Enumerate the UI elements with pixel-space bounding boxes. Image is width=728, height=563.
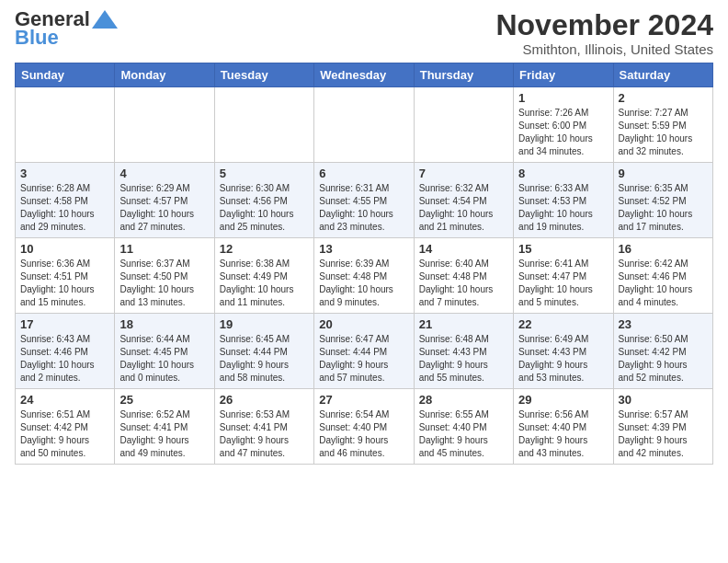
calendar-cell: 9Sunrise: 6:35 AMSunset: 4:52 PMDaylight… — [613, 163, 712, 238]
calendar-cell: 11Sunrise: 6:37 AMSunset: 4:50 PMDayligh… — [115, 238, 214, 314]
day-info: Sunrise: 7:26 AMSunset: 6:00 PMDaylight:… — [518, 107, 608, 158]
day-number: 23 — [619, 317, 708, 331]
calendar-cell: 7Sunrise: 6:32 AMSunset: 4:54 PMDaylight… — [414, 163, 513, 238]
day-info: Sunrise: 6:56 AMSunset: 4:40 PMDaylight:… — [518, 408, 608, 460]
page: General Blue November 2024 Smithton, Ill… — [0, 0, 728, 472]
day-number: 12 — [220, 242, 309, 256]
calendar-cell: 18Sunrise: 6:44 AMSunset: 4:45 PMDayligh… — [115, 314, 214, 389]
calendar-cell: 14Sunrise: 6:40 AMSunset: 4:48 PMDayligh… — [414, 238, 513, 314]
day-number: 5 — [220, 167, 309, 180]
day-info: Sunrise: 6:47 AMSunset: 4:44 PMDaylight:… — [319, 333, 408, 385]
calendar-cell — [16, 87, 115, 163]
day-info: Sunrise: 6:53 AMSunset: 4:41 PMDaylight:… — [220, 408, 309, 460]
weekday-header: Thursday — [414, 63, 513, 87]
day-number: 17 — [20, 317, 109, 331]
day-info: Sunrise: 6:48 AMSunset: 4:43 PMDaylight:… — [419, 333, 508, 385]
calendar-cell: 20Sunrise: 6:47 AMSunset: 4:44 PMDayligh… — [314, 314, 414, 389]
weekday-header: Friday — [514, 63, 613, 87]
day-number: 7 — [419, 167, 508, 180]
calendar-cell: 15Sunrise: 6:41 AMSunset: 4:47 PMDayligh… — [514, 238, 613, 314]
day-info: Sunrise: 6:41 AMSunset: 4:47 PMDaylight:… — [518, 258, 608, 309]
logo-icon — [92, 10, 118, 29]
calendar-cell: 22Sunrise: 6:49 AMSunset: 4:43 PMDayligh… — [514, 314, 613, 389]
weekday-header: Sunday — [16, 63, 115, 87]
weekday-header: Wednesday — [314, 63, 414, 87]
calendar-cell: 5Sunrise: 6:30 AMSunset: 4:56 PMDaylight… — [214, 163, 313, 238]
day-number: 14 — [419, 242, 508, 256]
day-info: Sunrise: 6:31 AMSunset: 4:55 PMDaylight:… — [319, 182, 408, 234]
day-number: 13 — [319, 242, 408, 256]
day-info: Sunrise: 6:43 AMSunset: 4:46 PMDaylight:… — [20, 333, 109, 385]
day-number: 2 — [619, 91, 708, 105]
day-info: Sunrise: 6:52 AMSunset: 4:41 PMDaylight:… — [119, 408, 209, 460]
weekday-header: Monday — [115, 63, 214, 87]
calendar-week-row: 24Sunrise: 6:51 AMSunset: 4:42 PMDayligh… — [16, 389, 713, 465]
calendar-cell: 28Sunrise: 6:55 AMSunset: 4:40 PMDayligh… — [414, 389, 513, 465]
calendar-cell: 27Sunrise: 6:54 AMSunset: 4:40 PMDayligh… — [314, 389, 414, 465]
day-number: 25 — [119, 393, 209, 407]
day-info: Sunrise: 6:42 AMSunset: 4:46 PMDaylight:… — [619, 258, 708, 309]
day-number: 10 — [20, 242, 109, 256]
day-number: 21 — [419, 317, 508, 331]
calendar-cell: 26Sunrise: 6:53 AMSunset: 4:41 PMDayligh… — [214, 389, 313, 465]
calendar-cell: 25Sunrise: 6:52 AMSunset: 4:41 PMDayligh… — [115, 389, 214, 465]
calendar-cell: 12Sunrise: 6:38 AMSunset: 4:49 PMDayligh… — [214, 238, 313, 314]
calendar: SundayMondayTuesdayWednesdayThursdayFrid… — [15, 63, 713, 465]
day-number: 9 — [619, 167, 708, 180]
subtitle: Smithton, Illinois, United States — [495, 41, 713, 57]
day-number: 19 — [220, 317, 309, 331]
day-info: Sunrise: 6:29 AMSunset: 4:57 PMDaylight:… — [119, 182, 209, 234]
calendar-cell — [214, 87, 313, 163]
day-number: 15 — [518, 242, 608, 256]
day-info: Sunrise: 6:28 AMSunset: 4:58 PMDaylight:… — [20, 182, 109, 234]
logo-blue: Blue — [15, 28, 59, 48]
day-number: 18 — [119, 317, 209, 331]
day-number: 29 — [518, 393, 608, 407]
calendar-cell: 4Sunrise: 6:29 AMSunset: 4:57 PMDaylight… — [115, 163, 214, 238]
day-number: 20 — [319, 317, 408, 331]
day-info: Sunrise: 6:40 AMSunset: 4:48 PMDaylight:… — [419, 258, 508, 309]
calendar-week-row: 1Sunrise: 7:26 AMSunset: 6:00 PMDaylight… — [16, 87, 713, 163]
calendar-cell: 13Sunrise: 6:39 AMSunset: 4:48 PMDayligh… — [314, 238, 414, 314]
day-info: Sunrise: 6:44 AMSunset: 4:45 PMDaylight:… — [119, 333, 209, 385]
calendar-cell: 3Sunrise: 6:28 AMSunset: 4:58 PMDaylight… — [16, 163, 115, 238]
calendar-cell: 8Sunrise: 6:33 AMSunset: 4:53 PMDaylight… — [514, 163, 613, 238]
calendar-cell: 1Sunrise: 7:26 AMSunset: 6:00 PMDaylight… — [514, 87, 613, 163]
calendar-cell: 2Sunrise: 7:27 AMSunset: 5:59 PMDaylight… — [613, 87, 712, 163]
calendar-week-row: 3Sunrise: 6:28 AMSunset: 4:58 PMDaylight… — [16, 163, 713, 238]
main-title: November 2024 — [495, 9, 713, 41]
weekday-header: Tuesday — [214, 63, 313, 87]
calendar-week-row: 17Sunrise: 6:43 AMSunset: 4:46 PMDayligh… — [16, 314, 713, 389]
weekday-header: Saturday — [613, 63, 712, 87]
calendar-header-row: SundayMondayTuesdayWednesdayThursdayFrid… — [16, 63, 713, 87]
day-info: Sunrise: 6:55 AMSunset: 4:40 PMDaylight:… — [419, 408, 508, 460]
calendar-cell: 21Sunrise: 6:48 AMSunset: 4:43 PMDayligh… — [414, 314, 513, 389]
calendar-cell — [314, 87, 414, 163]
day-number: 4 — [119, 167, 209, 180]
day-info: Sunrise: 6:30 AMSunset: 4:56 PMDaylight:… — [220, 182, 309, 234]
day-info: Sunrise: 6:38 AMSunset: 4:49 PMDaylight:… — [220, 258, 309, 309]
calendar-cell: 24Sunrise: 6:51 AMSunset: 4:42 PMDayligh… — [16, 389, 115, 465]
day-number: 30 — [619, 393, 708, 407]
day-number: 11 — [119, 242, 209, 256]
day-number: 28 — [419, 393, 508, 407]
day-number: 27 — [319, 393, 408, 407]
day-info: Sunrise: 6:37 AMSunset: 4:50 PMDaylight:… — [119, 258, 209, 309]
day-info: Sunrise: 6:36 AMSunset: 4:51 PMDaylight:… — [20, 258, 109, 309]
calendar-cell: 16Sunrise: 6:42 AMSunset: 4:46 PMDayligh… — [613, 238, 712, 314]
day-info: Sunrise: 6:49 AMSunset: 4:43 PMDaylight:… — [518, 333, 608, 385]
header: General Blue November 2024 Smithton, Ill… — [15, 9, 713, 57]
calendar-cell: 23Sunrise: 6:50 AMSunset: 4:42 PMDayligh… — [613, 314, 712, 389]
day-number: 16 — [619, 242, 708, 256]
day-number: 8 — [518, 167, 608, 180]
day-info: Sunrise: 6:51 AMSunset: 4:42 PMDaylight:… — [20, 408, 109, 460]
day-info: Sunrise: 6:57 AMSunset: 4:39 PMDaylight:… — [619, 408, 708, 460]
day-info: Sunrise: 6:32 AMSunset: 4:54 PMDaylight:… — [419, 182, 508, 234]
calendar-cell: 30Sunrise: 6:57 AMSunset: 4:39 PMDayligh… — [613, 389, 712, 465]
day-info: Sunrise: 6:39 AMSunset: 4:48 PMDaylight:… — [319, 258, 408, 309]
logo: General Blue — [15, 9, 118, 48]
calendar-cell: 29Sunrise: 6:56 AMSunset: 4:40 PMDayligh… — [514, 389, 613, 465]
calendar-cell: 6Sunrise: 6:31 AMSunset: 4:55 PMDaylight… — [314, 163, 414, 238]
calendar-cell: 19Sunrise: 6:45 AMSunset: 4:44 PMDayligh… — [214, 314, 313, 389]
title-block: November 2024 Smithton, Illinois, United… — [495, 9, 713, 57]
